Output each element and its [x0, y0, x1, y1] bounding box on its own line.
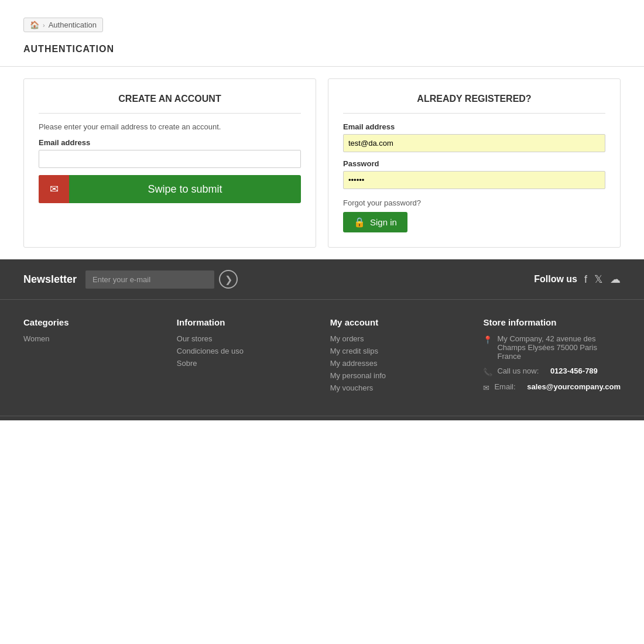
login-email-input[interactable]: [343, 134, 605, 152]
signin-button[interactable]: 🔒 Sign in: [343, 212, 407, 232]
rss-icon[interactable]: ☁: [610, 273, 621, 286]
newsletter-input[interactable]: [85, 270, 214, 289]
home-icon[interactable]: 🏠: [30, 20, 39, 29]
footer-link-condiciones[interactable]: Condiciones de uso: [177, 347, 307, 355]
categories-title: Categories: [23, 317, 153, 327]
phone-icon: 📞: [483, 368, 492, 376]
create-email-input[interactable]: [39, 150, 301, 168]
footer-information-col: Information Our stores Condiciones de us…: [177, 317, 307, 398]
login-email-label: Email address: [343, 122, 605, 131]
newsletter-label: Newsletter: [23, 273, 77, 286]
my-account-title: My account: [330, 317, 460, 327]
store-email-row: ✉ Email: sales@yourcompany.com: [483, 382, 621, 392]
email-footer-icon: ✉: [483, 383, 489, 392]
breadcrumb-separator: ›: [43, 22, 45, 29]
signin-label: Sign in: [370, 217, 397, 227]
main-content: CREATE AN ACCOUNT Please enter your emai…: [0, 67, 644, 259]
footer-bottom-border: [0, 416, 644, 420]
footer-link-sobre[interactable]: Sobre: [177, 359, 307, 368]
footer: Newsletter ❯ Follow us f 𝕏 ☁ Categories …: [0, 259, 644, 420]
footer-my-account-col: My account My orders My credit slips My …: [330, 317, 460, 398]
store-phone-row: 📞 Call us now: 0123-456-789: [483, 366, 621, 376]
forgot-password-link[interactable]: Forgot your password?: [343, 198, 605, 207]
page-title-area: AUTHENTICATION: [0, 38, 644, 67]
create-account-description: Please enter your email address to creat…: [39, 122, 301, 131]
create-account-card: CREATE AN ACCOUNT Please enter your emai…: [23, 78, 316, 248]
store-email-label: Email:: [494, 382, 515, 391]
location-icon: 📍: [483, 335, 492, 344]
already-registered-title: ALREADY REGISTERED?: [343, 94, 605, 114]
store-info-title: Store information: [483, 317, 621, 327]
breadcrumb: 🏠 › Authentication: [23, 18, 103, 32]
newsletter-bar: Newsletter ❯ Follow us f 𝕏 ☁: [0, 259, 644, 300]
store-phone: 0123-456-789: [550, 366, 598, 375]
footer-links: Categories Women Information Our stores …: [0, 300, 644, 416]
password-label: Password: [343, 159, 605, 168]
already-registered-card: ALREADY REGISTERED? Email address Passwo…: [328, 78, 621, 248]
password-input[interactable]: [343, 171, 605, 189]
information-title: Information: [177, 317, 307, 327]
footer-link-our-stores[interactable]: Our stores: [177, 334, 307, 343]
page-title: AUTHENTICATION: [23, 44, 621, 54]
submit-arrow-icon: ❯: [225, 274, 232, 285]
store-address: My Company, 42 avenue des Champs Elysées…: [497, 334, 621, 361]
follow-label: Follow us: [534, 274, 577, 285]
footer-categories-col: Categories Women: [23, 317, 153, 398]
footer-link-my-orders[interactable]: My orders: [330, 334, 460, 343]
create-account-title: CREATE AN ACCOUNT: [39, 94, 301, 114]
swipe-button-label: Swipe to submit: [69, 183, 301, 196]
twitter-icon[interactable]: 𝕏: [594, 273, 603, 286]
store-email: sales@yourcompany.com: [527, 382, 621, 391]
lock-icon: 🔒: [354, 217, 365, 228]
follow-us-area: Follow us f 𝕏 ☁: [534, 273, 621, 286]
footer-link-my-credit-slips[interactable]: My credit slips: [330, 347, 460, 355]
footer-link-my-personal-info[interactable]: My personal info: [330, 371, 460, 380]
store-address-row: 📍 My Company, 42 avenue des Champs Elysé…: [483, 334, 621, 361]
facebook-icon[interactable]: f: [584, 273, 587, 286]
footer-link-my-addresses[interactable]: My addresses: [330, 359, 460, 368]
swipe-to-submit-button[interactable]: ✉ Swipe to submit: [39, 175, 301, 203]
footer-store-info-col: Store information 📍 My Company, 42 avenu…: [483, 317, 621, 398]
create-email-label: Email address: [39, 138, 301, 147]
store-phone-label: Call us now:: [497, 366, 539, 375]
breadcrumb-current: Authentication: [49, 20, 97, 29]
footer-link-women[interactable]: Women: [23, 334, 153, 343]
email-icon: ✉: [39, 175, 69, 203]
footer-link-my-vouchers[interactable]: My vouchers: [330, 383, 460, 392]
newsletter-submit-button[interactable]: ❯: [219, 270, 238, 289]
